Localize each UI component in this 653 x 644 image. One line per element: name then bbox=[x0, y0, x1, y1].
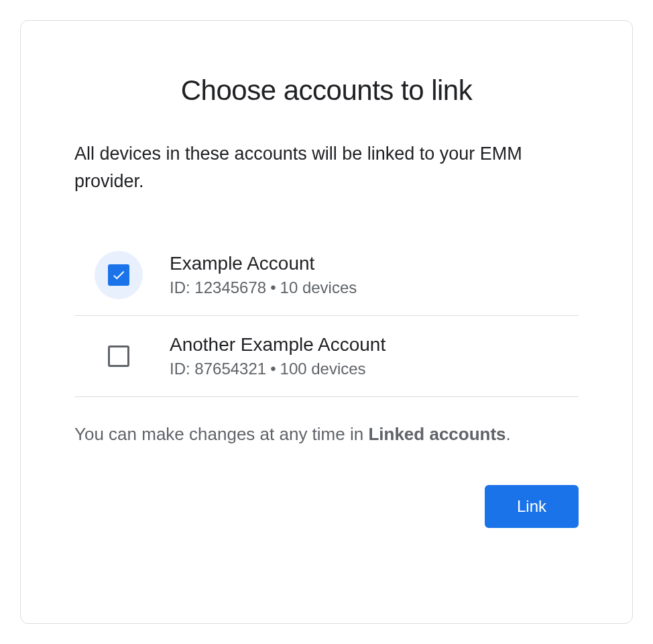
account-name: Example Account bbox=[170, 253, 579, 274]
checkbox-unchecked[interactable] bbox=[108, 345, 129, 367]
account-name: Another Example Account bbox=[170, 334, 579, 356]
footer-note-suffix: . bbox=[506, 424, 511, 444]
dialog-subtitle: All devices in these accounts will be li… bbox=[74, 140, 579, 195]
footer-note: You can make changes at any time in Link… bbox=[74, 424, 579, 445]
account-devices: 10 devices bbox=[280, 278, 357, 297]
account-id: ID: 87654321 bbox=[170, 360, 266, 378]
separator-dot: • bbox=[270, 278, 276, 297]
account-row[interactable]: Example Account ID: 12345678•10 devices bbox=[74, 235, 579, 316]
checkbox-wrapper bbox=[95, 332, 143, 380]
dialog-actions: Link bbox=[74, 485, 579, 528]
link-button[interactable]: Link bbox=[485, 485, 579, 528]
account-meta: ID: 12345678•10 devices bbox=[170, 278, 579, 297]
account-id: ID: 12345678 bbox=[170, 278, 266, 297]
account-devices: 100 devices bbox=[280, 360, 366, 378]
account-row[interactable]: Another Example Account ID: 87654321•100… bbox=[74, 316, 579, 397]
dialog-title: Choose accounts to link bbox=[74, 74, 579, 107]
footer-note-prefix: You can make changes at any time in bbox=[74, 424, 368, 444]
checkmark-icon bbox=[111, 268, 126, 282]
footer-note-strong: Linked accounts bbox=[368, 424, 506, 444]
account-info: Example Account ID: 12345678•10 devices bbox=[170, 253, 579, 297]
account-meta: ID: 87654321•100 devices bbox=[170, 360, 579, 378]
checkbox-wrapper bbox=[95, 251, 143, 299]
choose-accounts-dialog: Choose accounts to link All devices in t… bbox=[20, 20, 633, 624]
account-list: Example Account ID: 12345678•10 devices … bbox=[74, 235, 579, 397]
account-info: Another Example Account ID: 87654321•100… bbox=[170, 334, 579, 378]
checkbox-checked[interactable] bbox=[108, 264, 129, 286]
separator-dot: • bbox=[270, 360, 276, 378]
